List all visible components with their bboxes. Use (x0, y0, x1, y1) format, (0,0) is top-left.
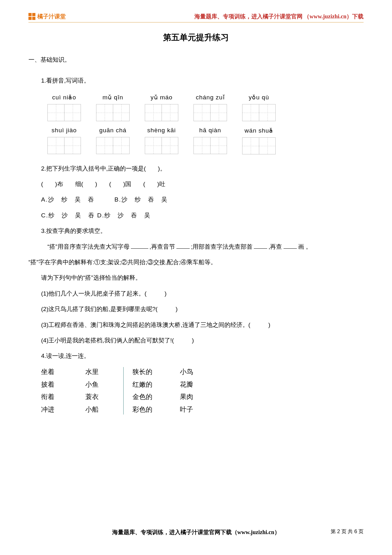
pinyin-item: guān chá (96, 127, 130, 154)
question-4: 4.读一读,连一连。 (41, 348, 364, 364)
write-grid[interactable] (193, 104, 227, 121)
pinyin-item: shèng kāi (145, 127, 178, 154)
match-item: 坐着 (41, 366, 85, 378)
question-2: 2.把下列生字填入括号中,正确的一项是( )。 (41, 161, 364, 176)
question-3-sub4: (4)王小明是我的老搭档,我们俩人的配合可默契了!( ) (41, 333, 364, 348)
match-item: 花瓣 (180, 378, 215, 391)
divider-line (123, 367, 124, 415)
pinyin-item: mǔ qīn (96, 94, 130, 121)
pinyin-label: shèng kāi (147, 127, 176, 134)
match-item: 小鱼 (85, 378, 120, 391)
text: “搭”用音序查字法先查大写字母 (47, 243, 130, 250)
pinyin-item: yǔ máo (145, 94, 178, 121)
match-col-c: 狭长的 红嫩的 金色的 彩色的 (132, 366, 180, 416)
question-3-fill: “搭”用音序查字法先查大写字母,再查音节;用部首查字法先查部首,再查画 。 (28, 239, 364, 254)
question-1: 1.看拼音,写词语。 (41, 73, 364, 88)
footer-text: 海量题库、专项训练，进入橘子汁课堂官网下载（www.juzizhi.cn） (112, 529, 280, 535)
match-item: 叶子 (180, 403, 215, 416)
question-3-defs: “搭”字在字典中的解释有:①支;架设;②共同抬;③交接,配合;④乘车船等。 (28, 254, 364, 270)
write-grid[interactable] (193, 137, 227, 154)
match-col-b: 水里 小鱼 蓑衣 小船 (85, 366, 120, 416)
match-item: 冲进 (41, 403, 85, 416)
page-header: 橘子汁课堂 海量题库、专项训练，进入橘子汁课堂官网 （www.juzizhi.c… (28, 13, 364, 22)
pinyin-label: yǔ máo (150, 94, 173, 101)
question-3-sub2: (2)这只鸟儿搭了我们的船,是要到哪里去呢?( ) (41, 301, 364, 317)
match-item: 小船 (85, 403, 120, 416)
pinyin-label: mǔ qīn (102, 94, 123, 101)
match-item: 彩色的 (132, 403, 180, 416)
write-grid[interactable] (47, 104, 81, 121)
pinyin-item: cháng zuǐ (193, 94, 227, 121)
pinyin-label: guān chá (99, 127, 126, 134)
write-grid[interactable] (242, 137, 276, 154)
text: ,再查音节 (150, 243, 175, 250)
brand: 橘子汁课堂 (28, 13, 66, 20)
blank[interactable] (284, 242, 297, 249)
pinyin-label: wán shuǎ (245, 127, 273, 134)
match-item: 红嫩的 (132, 378, 180, 391)
page-footer: 海量题库、专项训练，进入橘子汁课堂官网下载（www.juzizhi.cn） 第 … (0, 528, 392, 536)
match-item: 衔着 (41, 391, 85, 403)
write-grid[interactable] (242, 104, 276, 121)
text: ,再查 (268, 243, 282, 250)
pinyin-item: wán shuǎ (242, 127, 276, 154)
match-item: 果肉 (180, 391, 215, 403)
match-col-a: 坐着 披着 衔着 冲进 (41, 366, 85, 416)
header-note: 海量题库、专项训练，进入橘子汁课堂官网 （www.juzizhi.cn）下载 (194, 13, 364, 20)
match-item: 金色的 (132, 391, 180, 403)
question-2-blanks: ( )布 细( ) ( )国 ( )吐 (41, 176, 364, 192)
write-grid[interactable] (47, 137, 81, 154)
match-col-d: 小鸟 花瓣 果肉 叶子 (180, 366, 215, 416)
write-grid[interactable] (96, 104, 130, 121)
brand-text: 橘子汁课堂 (37, 13, 66, 20)
question-2-options-1: A.沙 纱 吴 吞 B.沙 纱 吞 吴 (41, 192, 364, 207)
pinyin-item: yǒu qù (242, 94, 276, 121)
match-item: 狭长的 (132, 366, 180, 378)
pinyin-item: hā qiàn (193, 127, 227, 154)
write-grid[interactable] (145, 137, 178, 154)
pinyin-item: cuì niǎo (47, 94, 81, 121)
match-item: 水里 (85, 366, 120, 378)
question-3-prompt: 请为下列句中的“搭”选择恰当的解释。 (41, 270, 364, 285)
pinyin-label: yǒu qù (249, 94, 269, 101)
page-title: 第五单元提升练习 (28, 32, 364, 43)
pinyin-label: cuì niǎo (52, 94, 76, 101)
question-3-sub1: (1)他们几个人一块儿把桌子搭了起来。( ) (41, 286, 364, 301)
question-3: 3.按查字典的要求填空。 (41, 223, 364, 239)
logo-icon (28, 13, 35, 20)
pinyin-label: hā qiàn (199, 127, 221, 134)
pinyin-label: shuì jiào (52, 127, 77, 134)
pinyin-item: shuì jiào (47, 127, 81, 154)
matching-exercise: 坐着 披着 衔着 冲进 水里 小鱼 蓑衣 小船 狭长的 红嫩的 金色的 彩色的 … (28, 366, 364, 416)
page-number: 第 2 页 共 6 页 (331, 528, 364, 535)
write-grid[interactable] (145, 104, 178, 121)
match-item: 蓑衣 (85, 391, 120, 403)
pinyin-row-2: shuì jiào guān chá shèng kāi hā qiàn wán… (28, 127, 364, 154)
blank[interactable] (131, 242, 148, 249)
pinyin-label: cháng zuǐ (196, 94, 224, 101)
section-heading: 一、基础知识。 (28, 56, 364, 64)
question-3-sub3: (3)工程师在香港、澳门和珠海之间搭起的港珠澳大桥,连通了三地之间的经济。( ) (41, 317, 364, 333)
text: ;用部首查字法先查部首 (191, 243, 253, 250)
match-item: 小鸟 (180, 366, 215, 378)
question-2-options-2: C.纱 沙 吴 吞 D.纱 沙 吞 吴 (41, 208, 364, 223)
blank[interactable] (176, 242, 190, 249)
blank[interactable] (254, 242, 267, 249)
write-grid[interactable] (96, 137, 130, 154)
match-item: 披着 (41, 378, 85, 391)
pinyin-row-1: cuì niǎo mǔ qīn yǔ máo cháng zuǐ yǒu qù (28, 94, 364, 121)
text: 画 。 (298, 243, 312, 250)
